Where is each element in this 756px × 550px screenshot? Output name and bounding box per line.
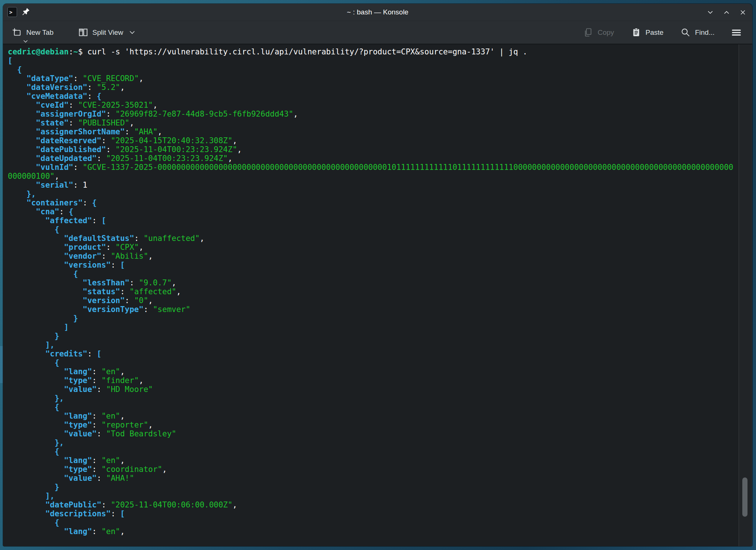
terminal-row: "cveMetadata": {	[8, 92, 737, 101]
terminal-row: {	[8, 447, 737, 456]
split-view-label: Split View	[93, 28, 123, 37]
find-label: Find...	[695, 28, 715, 37]
window-title: ~ : bash — Konsole	[3, 4, 752, 21]
terminal-row: [	[8, 56, 737, 65]
terminal-row: "lang": "en",	[8, 367, 737, 376]
window-controls	[706, 4, 746, 21]
terminal-row: "value": "Tod Beardsley"	[8, 429, 737, 438]
chevron-down-icon	[707, 9, 714, 16]
split-view-icon	[78, 27, 88, 37]
close-icon	[739, 9, 746, 16]
left-border-highlight	[0, 346, 3, 383]
split-view-chevron-down-icon	[129, 30, 135, 34]
terminal-row: "value": "AHA!"	[8, 474, 737, 483]
terminal-row: cedric@debian:~$ curl -s 'https://vulner…	[8, 47, 737, 56]
terminal-row: "dataType": "CVE_RECORD",	[8, 74, 737, 83]
terminal-scrollbar[interactable]	[739, 44, 752, 546]
chevron-up-icon	[723, 9, 730, 16]
split-view-button[interactable]: Split View	[78, 21, 135, 44]
terminal-row: "type": "finder",	[8, 376, 737, 385]
terminal-row: "lang": "en",	[8, 456, 737, 465]
maximize-button[interactable]	[723, 9, 730, 16]
terminal-row: "lessThan": "9.0.7",	[8, 278, 737, 287]
terminal-row: "versions": [	[8, 261, 737, 269]
hamburger-icon	[732, 28, 741, 37]
terminal-row: "datePublished": "2025-11-04T00:23:23.92…	[8, 145, 737, 154]
copy-button[interactable]: Copy	[583, 21, 614, 44]
terminal-row: }	[8, 314, 737, 323]
terminal-row: {	[8, 403, 737, 412]
desktop-background: > ~ : bash — Konsole	[0, 0, 756, 550]
terminal-row: "cna": {	[8, 207, 737, 216]
terminal-row: "status": "affected",	[8, 287, 737, 296]
paste-icon	[631, 27, 641, 37]
terminal-row: "value": "HD Moore"	[8, 385, 737, 394]
terminal-row: "state": "PUBLISHED",	[8, 118, 737, 127]
search-icon	[680, 27, 690, 37]
terminal-row: "type": "reporter",	[8, 420, 737, 429]
terminal-row: "dateReserved": "2025-04-15T20:40:32.308…	[8, 136, 737, 145]
toolbar-right-group: Copy Paste	[583, 21, 741, 44]
terminal-row: "credits": [	[8, 349, 737, 358]
new-tab-menu-chevron-icon	[23, 40, 28, 43]
terminal-row: {	[8, 518, 737, 527]
terminal-row: "datePublic": "2025-11-04T00:06:00.000Z"…	[8, 500, 737, 509]
terminal-row: "product": "CPX",	[8, 243, 737, 252]
terminal-row: {	[8, 225, 737, 234]
toolbar: New Tab Split View	[3, 21, 752, 44]
terminal-row: },	[8, 190, 737, 198]
terminal-row: "affected": [	[8, 216, 737, 225]
terminal-row: "containers": {	[8, 198, 737, 207]
new-tab-button[interactable]: New Tab	[12, 21, 54, 44]
terminal-row: ],	[8, 492, 737, 500]
terminal-row: "assignerOrgId": "26969f82-7e87-44d8-9cb…	[8, 110, 737, 118]
find-button[interactable]: Find...	[680, 21, 715, 44]
terminal-row: {	[8, 65, 737, 74]
terminal-row: {	[8, 269, 737, 278]
terminal-row: "dataVersion": "5.2",	[8, 83, 737, 92]
minimize-button[interactable]	[706, 9, 714, 16]
terminal-row: "vendor": "Abilis",	[8, 252, 737, 261]
terminal-row: 000000100",	[8, 172, 737, 181]
terminal-row: "dateUpdated": "2025-11-04T00:23:23.924Z…	[8, 154, 737, 163]
paste-label: Paste	[646, 28, 664, 37]
terminal-viewport[interactable]: cedric@debian:~$ curl -s 'https://vulner…	[3, 44, 752, 546]
paste-button[interactable]: Paste	[631, 21, 664, 44]
terminal-row: "serial": 1	[8, 181, 737, 190]
terminal-row: ]	[8, 323, 737, 332]
terminal-row: {	[8, 358, 737, 367]
terminal-row: },	[8, 394, 737, 403]
terminal-row: "lang": "en",	[8, 527, 737, 536]
terminal-row: "lang": "en",	[8, 412, 737, 420]
terminal-row: },	[8, 438, 737, 447]
terminal-row: "vulnId": "GCVE-1337-2025-00000000000000…	[8, 163, 737, 172]
new-tab-label: New Tab	[26, 28, 54, 37]
terminal-row: "defaultStatus": "unaffected",	[8, 234, 737, 243]
copy-label: Copy	[598, 28, 614, 37]
scrollbar-handle[interactable]	[742, 477, 747, 517]
terminal-row: }	[8, 483, 737, 492]
konsole-window: > ~ : bash — Konsole	[3, 4, 752, 546]
terminal-row: ],	[8, 341, 737, 349]
terminal-row: "version": "0",	[8, 296, 737, 305]
new-tab-icon	[12, 27, 22, 37]
hamburger-menu-button[interactable]	[732, 21, 741, 44]
terminal-row: "versionType": "semver"	[8, 305, 737, 314]
terminal-row: "cveId": "CVE-2025-35021",	[8, 101, 737, 110]
close-button[interactable]	[739, 9, 746, 16]
copy-icon	[583, 27, 593, 37]
terminal-row: }	[8, 332, 737, 341]
terminal-row: "type": "coordinator",	[8, 465, 737, 474]
titlebar[interactable]: > ~ : bash — Konsole	[3, 4, 752, 21]
terminal-row: "assignerShortName": "AHA",	[8, 127, 737, 136]
terminal-output: cedric@debian:~$ curl -s 'https://vulner…	[3, 44, 737, 546]
terminal-row: "descriptions": [	[8, 509, 737, 518]
